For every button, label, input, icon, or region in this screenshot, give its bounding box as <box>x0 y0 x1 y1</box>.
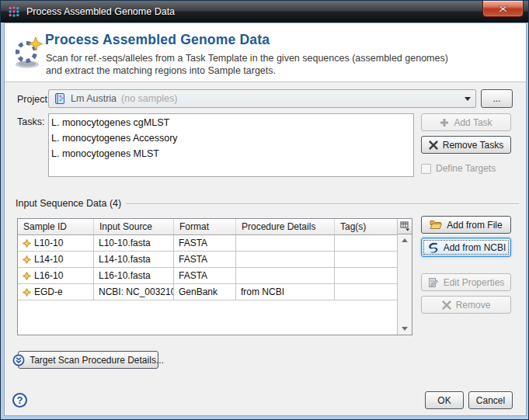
cell-tags <box>335 284 397 300</box>
dialog-window: Process Assembled Genome Data Process As… <box>0 0 529 420</box>
sample-id-text: EGD-e <box>34 284 63 300</box>
cell-sample-id: L16-10 <box>18 268 94 283</box>
cell-procedure-details <box>236 268 335 283</box>
cell-sample-id: L10-10 <box>18 235 94 251</box>
tasks-label: Tasks: <box>17 116 44 127</box>
triangle-up-icon <box>402 238 408 242</box>
table-row[interactable]: L14-10 L14-10.fasta FASTA <box>18 252 397 268</box>
plus-icon <box>440 118 449 127</box>
add-from-file-button[interactable]: Add from File <box>421 216 511 234</box>
ncbi-icon <box>426 241 439 254</box>
column-header-procedure-details[interactable]: Procedure Details <box>236 219 335 234</box>
add-task-label: Add Task <box>454 117 492 128</box>
close-button[interactable] <box>482 1 524 17</box>
edit-properties-label: Edit Properties <box>444 277 505 288</box>
add-from-ncbi-button[interactable]: Add from NCBI <box>421 238 511 257</box>
sample-id-text: L10-10 <box>34 235 63 251</box>
define-targets-option[interactable]: Define Targets <box>421 163 496 174</box>
page-description-line1: Scan for ref.-seqs/alleles from a Task T… <box>46 52 448 64</box>
task-list-item[interactable]: L. monocytogenes MLST <box>50 146 413 161</box>
add-task-button[interactable]: Add Task <box>421 113 511 131</box>
app-logo-icon <box>8 5 20 18</box>
target-scan-details-label: Target Scan Procedure Details... <box>30 355 164 366</box>
cancel-button[interactable]: Cancel <box>468 391 513 409</box>
project-label: Project: <box>17 94 50 105</box>
edit-document-icon <box>428 277 439 288</box>
table-columns-icon <box>400 221 410 231</box>
cell-format: GenBank <box>174 284 236 300</box>
help-button[interactable]: ? <box>12 393 27 408</box>
sample-diamond-icon <box>23 272 31 280</box>
task-list-item[interactable]: L. monocytogenes Accessory <box>50 130 413 146</box>
remove-button[interactable]: Remove <box>421 296 511 314</box>
cell-sample-id: L14-10 <box>18 252 94 267</box>
cell-tags <box>335 235 397 251</box>
table-row[interactable]: L16-10 L16-10.fasta FASTA <box>18 268 397 284</box>
cell-procedure-details <box>236 235 335 251</box>
task-list-item[interactable]: L. monocytogenes cgMLST <box>50 115 413 130</box>
scroll-down-button[interactable] <box>398 323 412 335</box>
cell-input-source: L14-10.fasta <box>94 252 174 267</box>
cell-tags <box>335 268 397 283</box>
column-options-button[interactable] <box>398 219 412 234</box>
table-row[interactable]: EGD-e NCBI: NC_003210.1 GenBank from NCB… <box>18 284 397 300</box>
x-icon <box>442 300 451 310</box>
table-header-row: Sample ID Input Source Format Procedure … <box>18 219 397 235</box>
cell-input-source: L16-10.fasta <box>94 268 174 283</box>
input-sequence-group-label: Input Sequence Data (4) <box>16 198 121 209</box>
table-scrollbar[interactable] <box>398 234 412 335</box>
input-sequence-table: Sample ID Input Source Format Procedure … <box>17 218 412 335</box>
help-icon: ? <box>17 394 23 406</box>
x-icon <box>429 141 438 150</box>
scroll-up-button[interactable] <box>398 234 412 246</box>
project-value: Lm Austria <box>71 93 117 104</box>
remove-tasks-button[interactable]: Remove Tasks <box>421 136 511 154</box>
cell-tags <box>335 252 397 267</box>
target-scan-details-button[interactable]: Target Scan Procedure Details... <box>18 351 158 369</box>
cell-procedure-details: from NCBI <box>236 284 335 300</box>
cell-input-source: L10-10.fasta <box>94 235 174 251</box>
remove-label: Remove <box>456 300 491 311</box>
table-side-column <box>397 219 412 335</box>
edit-properties-button[interactable]: Edit Properties <box>421 273 511 291</box>
cell-input-source: NCBI: NC_003210.1 <box>94 284 174 300</box>
cell-format: FASTA <box>174 235 236 251</box>
open-folder-icon <box>430 220 442 230</box>
add-from-file-label: Add from File <box>447 220 502 231</box>
project-combobox[interactable]: Lm Austria (no samples) <box>48 89 476 108</box>
tasks-listbox[interactable]: L. monocytogenes cgMLST L. monocytogenes… <box>48 113 414 177</box>
project-value-suffix: (no samples) <box>121 93 177 104</box>
table-row[interactable]: L10-10 L10-10.fasta FASTA <box>18 235 397 252</box>
header-panel: Process Assembled Genome Data Scan for r… <box>5 23 526 82</box>
sample-id-text: L14-10 <box>34 252 63 267</box>
input-sequence-group-header: Input Sequence Data (4) <box>16 198 519 209</box>
project-browse-button[interactable]: ... <box>481 89 513 108</box>
define-targets-label: Define Targets <box>436 163 496 174</box>
remove-tasks-label: Remove Tasks <box>443 140 503 151</box>
cell-sample-id: EGD-e <box>18 284 94 300</box>
sample-diamond-icon <box>23 255 31 264</box>
column-header-sample-id[interactable]: Sample ID <box>18 219 94 234</box>
add-from-ncbi-label: Add from NCBI <box>444 242 506 253</box>
double-chevron-circle-icon <box>12 354 25 366</box>
process-genome-icon <box>11 36 45 70</box>
column-header-format[interactable]: Format <box>174 219 236 234</box>
define-targets-checkbox[interactable] <box>421 164 431 174</box>
close-icon <box>498 5 508 13</box>
chevron-down-icon <box>465 97 471 101</box>
cell-procedure-details <box>236 252 335 267</box>
triangle-down-icon <box>402 327 408 331</box>
sample-diamond-icon <box>23 239 31 248</box>
sample-diamond-icon <box>23 288 31 297</box>
titlebar[interactable]: Process Assembled Genome Data <box>1 1 528 23</box>
cell-format: FASTA <box>174 268 236 283</box>
column-header-tags[interactable]: Tag(s) <box>335 219 397 234</box>
project-icon <box>54 92 66 105</box>
dialog-body: Process Assembled Genome Data Scan for r… <box>4 23 527 416</box>
page-description-line2: and extract the matching regions into Sa… <box>46 64 448 77</box>
ok-button[interactable]: OK <box>425 391 464 409</box>
column-header-input-source[interactable]: Input Source <box>94 219 174 234</box>
group-divider <box>126 203 519 205</box>
page-title: Process Assembled Genome Data <box>45 32 270 48</box>
window-title: Process Assembled Genome Data <box>26 6 175 17</box>
